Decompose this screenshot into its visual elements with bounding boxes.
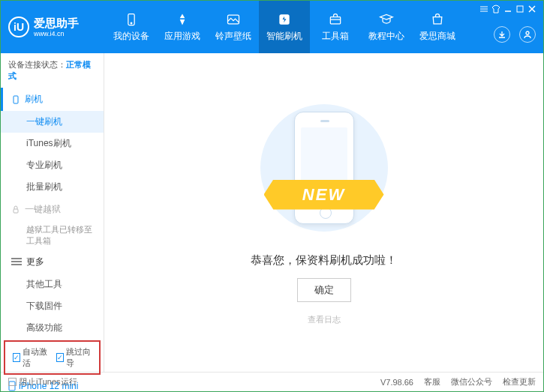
tab-my-device[interactable]: 我的设备	[106, 1, 157, 53]
svg-rect-7	[14, 96, 18, 103]
app-url: www.i4.cn	[34, 30, 79, 38]
logo-area: iU 爱思助手 www.i4.cn	[8, 16, 106, 38]
section-more[interactable]: 更多	[1, 250, 104, 274]
minimize-icon[interactable]	[503, 4, 513, 14]
success-illustration: NEW	[249, 100, 399, 235]
footer-wechat[interactable]: 微信公众号	[451, 376, 492, 388]
svg-rect-8	[14, 209, 18, 213]
footer-update[interactable]: 检查更新	[503, 376, 536, 388]
tab-toolbox[interactable]: 工具箱	[310, 1, 361, 53]
titlebar-controls	[479, 4, 537, 14]
user-icon[interactable]	[519, 26, 536, 43]
sidebar-item-advanced[interactable]: 高级功能	[1, 317, 104, 339]
main-content: NEW 恭喜您，保资料刷机成功啦！ 确定 查看日志	[104, 53, 543, 372]
download-icon[interactable]	[494, 26, 510, 43]
tab-ringtones[interactable]: 铃声壁纸	[208, 1, 259, 53]
wallpaper-icon	[226, 12, 241, 27]
checkbox-block-itunes[interactable]: 阻止iTunes运行	[8, 376, 77, 388]
section-flash[interactable]: 刷机	[1, 88, 104, 111]
sidebar-item-other-tools[interactable]: 其他工具	[1, 274, 104, 295]
svg-point-6	[526, 31, 529, 34]
checkbox-auto-activate[interactable]: ✓自动激活	[13, 346, 49, 369]
toolbox-icon	[328, 12, 343, 27]
sidebar-item-download-firmware[interactable]: 下载固件	[1, 295, 104, 317]
footer-service[interactable]: 客服	[424, 376, 440, 388]
apps-icon	[175, 12, 190, 27]
section-jailbreak: 一键越狱	[1, 198, 104, 221]
confirm-button[interactable]: 确定	[297, 278, 351, 302]
sidebar-item-batch-flash[interactable]: 批量刷机	[1, 176, 104, 198]
checkbox-skip-guide[interactable]: ✓跳过向导	[56, 346, 92, 369]
tutorial-icon	[379, 12, 394, 27]
app-title: 爱思助手	[34, 16, 79, 30]
menu-icon[interactable]	[479, 4, 489, 14]
tab-smart-flash[interactable]: 智能刷机	[259, 1, 310, 53]
tab-apps-games[interactable]: 应用游戏	[157, 1, 208, 53]
logo-icon: iU	[8, 16, 29, 37]
view-log-link[interactable]: 查看日志	[308, 314, 341, 325]
store-icon	[430, 12, 445, 27]
jailbreak-note: 越狱工具已转移至工具箱	[1, 221, 104, 250]
app-header: iU 爱思助手 www.i4.cn 我的设备 应用游戏 铃声壁纸 智能刷机 工具…	[1, 1, 543, 53]
checkbox-icon: ✓	[13, 353, 20, 362]
device-icon	[124, 12, 139, 27]
tab-tutorials[interactable]: 教程中心	[361, 1, 412, 53]
tab-store[interactable]: 爱思商城	[412, 1, 463, 53]
svg-rect-4	[330, 16, 340, 23]
nav-tabs: 我的设备 应用游戏 铃声壁纸 智能刷机 工具箱 教程中心 爱思商城	[106, 1, 463, 53]
connection-status: 设备连接状态：正常模式	[1, 53, 104, 88]
sidebar: 设备连接状态：正常模式 刷机 一键刷机 iTunes刷机 专业刷机 批量刷机 一…	[1, 53, 104, 372]
close-icon[interactable]	[527, 4, 537, 14]
checkbox-empty-icon	[8, 378, 17, 386]
sidebar-item-itunes-flash[interactable]: iTunes刷机	[1, 133, 104, 154]
sidebar-item-oneclick-flash[interactable]: 一键刷机	[1, 111, 104, 133]
more-icon	[11, 258, 22, 265]
checkbox-icon: ✓	[56, 353, 64, 362]
options-highlight: ✓自动激活 ✓跳过向导	[4, 340, 101, 375]
sidebar-item-pro-flash[interactable]: 专业刷机	[1, 154, 104, 176]
lock-icon	[11, 205, 20, 214]
new-ribbon: NEW	[264, 180, 384, 210]
flash-icon	[277, 12, 292, 27]
version-label: V7.98.66	[380, 378, 413, 387]
maximize-icon[interactable]	[515, 4, 525, 14]
skin-icon[interactable]	[491, 4, 501, 14]
svg-rect-5	[517, 6, 523, 12]
success-message: 恭喜您，保资料刷机成功啦！	[251, 253, 397, 268]
svg-point-1	[131, 22, 132, 24]
